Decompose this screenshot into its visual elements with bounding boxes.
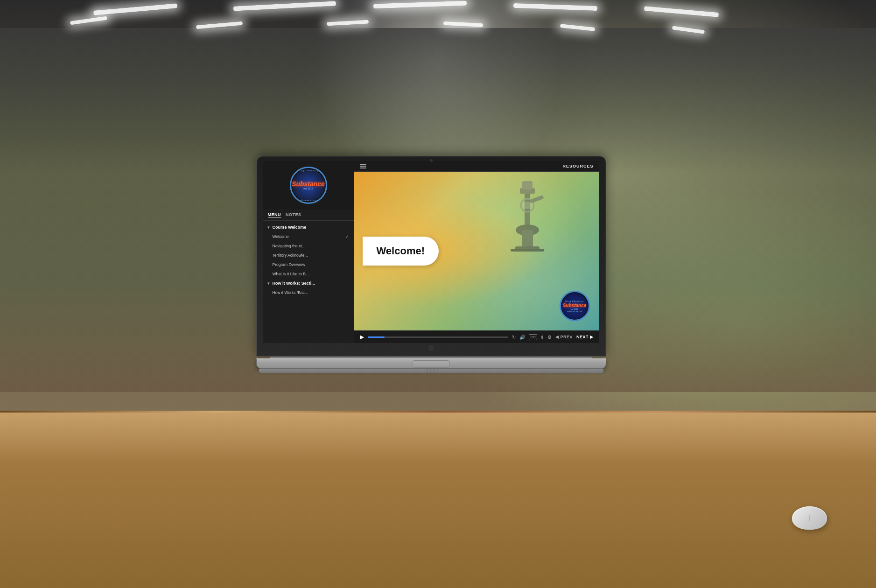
keyboard-area (259, 369, 604, 373)
nav-item-navigating-label: Navigating the eL... (273, 244, 307, 248)
hamburger-line-1 (360, 164, 366, 165)
nav-item-program-overview-label: Program Overview (273, 262, 305, 267)
magic-mouse (792, 506, 827, 530)
mouse-body (792, 506, 827, 530)
nav-item-how-it-works-back-label: How it Works /Bac... (273, 290, 308, 295)
section-title-course-welcome: Course Welcome (272, 225, 306, 230)
nav-item-territory-label: Territory Acknowle... (273, 253, 308, 258)
nav-controls: ◀ PREV NEXT ▶ (555, 335, 594, 339)
nav-item-territory[interactable]: Territory Acknowle... (263, 251, 354, 260)
svg-rect-6 (511, 249, 544, 252)
apple-logo (427, 344, 435, 352)
ceiling-lights (0, 0, 876, 93)
cc-button[interactable]: CC (529, 334, 537, 340)
svg-rect-4 (522, 230, 533, 249)
laptop: Drug Checking Substance est. 2018 substa… (256, 156, 606, 373)
laptop-screen-bezel: Drug Checking Substance est. 2018 substa… (256, 156, 606, 357)
section-course-welcome[interactable]: ▼ Course Welcome (263, 223, 354, 232)
brand-name: Substance (292, 181, 325, 187)
volume-button[interactable]: 🔊 (519, 335, 525, 340)
tab-menu[interactable]: MENU (268, 212, 281, 217)
controls-bar: ▶ ↻ 🔊 CC ⟪ ⚙ ◀ PREV (354, 330, 599, 343)
hamburger-line-2 (360, 166, 366, 167)
svg-rect-2 (522, 181, 533, 189)
svg-point-8 (524, 202, 531, 209)
refresh-button[interactable]: ↻ (512, 335, 516, 340)
nav-item-welcome-label: Welcome (273, 234, 289, 239)
resources-button[interactable]: RESOURCES (562, 164, 593, 168)
nav-item-what-is-it[interactable]: What Is It Like to B... (263, 269, 354, 279)
progress-fill (368, 336, 385, 338)
nav-item-navigating[interactable]: Navigating the eL... (263, 241, 354, 251)
tab-notes[interactable]: NOTES (286, 212, 301, 217)
video-logo-url: substance.uvic.ca (567, 310, 582, 312)
nav-item-welcome[interactable]: Welcome ✓ (263, 232, 354, 241)
collapse-arrow-2: ▼ (267, 281, 271, 286)
brand-logo: Drug Checking Substance est. 2018 substa… (290, 167, 327, 204)
section-title-how-it-works: How it Works: Secti... (272, 281, 315, 286)
nav-item-what-is-it-label: What Is It Like to B... (273, 272, 309, 276)
microscope-illustration (487, 176, 581, 279)
screen-bezel-bottom (263, 343, 599, 353)
nav-item-how-it-works-back[interactable]: How it Works /Bac... (263, 288, 354, 297)
trackpad[interactable] (413, 360, 450, 368)
progress-bar[interactable] (368, 336, 509, 338)
top-bar: RESOURCES (354, 161, 599, 172)
welcome-bubble: Welcome! (363, 237, 439, 266)
sidebar: Drug Checking Substance est. 2018 substa… (263, 161, 354, 343)
mouse-divider (809, 515, 810, 521)
settings-button[interactable]: ⚙ (547, 335, 552, 340)
hamburger-line-3 (360, 168, 366, 168)
section-how-it-works[interactable]: ▼ How it Works: Secti... (263, 279, 354, 288)
nav-item-program-overview[interactable]: Program Overview (263, 260, 354, 269)
next-button[interactable]: NEXT ▶ (576, 335, 594, 339)
logo-url: substance.uvic.ca (299, 199, 317, 201)
nav-list: ▼ Course Welcome Welcome ✓ Navigating th… (263, 221, 354, 343)
video-brand-logo: Drug Checking Substance est. 2018 substa… (560, 291, 590, 321)
main-content: RESOURCES (354, 161, 599, 343)
video-logo-brand: Substance (563, 303, 587, 308)
ventilation (425, 369, 438, 373)
logo-area: Drug Checking Substance est. 2018 substa… (263, 161, 354, 210)
rewind-button[interactable]: ⟪ (541, 335, 544, 340)
screen-content: Drug Checking Substance est. 2018 substa… (263, 161, 599, 343)
nav-item-welcome-check: ✓ (345, 234, 349, 239)
hamburger-menu[interactable] (360, 164, 366, 168)
collapse-arrow: ▼ (267, 225, 271, 230)
laptop-base (256, 358, 606, 369)
play-button[interactable]: ▶ (360, 334, 364, 340)
wooden-table (0, 411, 876, 588)
logo-ring-text: Drug Checking (291, 169, 326, 172)
svg-rect-9 (529, 195, 544, 203)
logo-est: est. 2018 (303, 187, 313, 190)
prev-button[interactable]: ◀ PREV (555, 335, 573, 339)
video-area: Welcome! Drug Checking Substance est. 20… (354, 172, 599, 330)
sidebar-tabs: MENU NOTES (263, 210, 354, 221)
camera-dot (430, 159, 433, 162)
video-logo-ring-top: Drug Checking (565, 300, 583, 302)
